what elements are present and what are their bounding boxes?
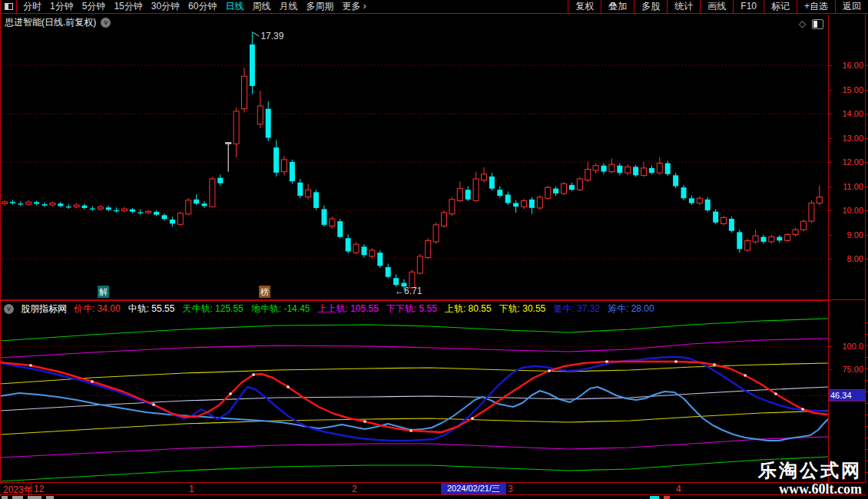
price-axis-label: 12.00: [830, 157, 863, 167]
watermark: 乐淘公式网 www.60lt.com: [758, 458, 862, 497]
axis-tick: [829, 90, 832, 91]
period-tab[interactable]: 分时: [23, 0, 41, 13]
indicator-values: 价牛: 34.00中轨: 55.55天牛轨: 125.55地牛轨: -14.45…: [74, 302, 654, 316]
indicator-axis-label: 75.00: [830, 365, 863, 375]
axis-tick: [829, 369, 832, 370]
axis-tick: [829, 210, 832, 211]
x-axis-month-label: 1: [189, 484, 194, 494]
high-annotation: 17.39: [260, 31, 283, 41]
watermark-url: www.60lt.com: [758, 481, 862, 497]
indicator-field: 地牛轨: -14.45: [251, 302, 310, 316]
period-tab[interactable]: 多周期: [306, 0, 333, 13]
low-annotation: ←6.71: [395, 286, 422, 296]
indicator-field: 下轨: 30.55: [499, 302, 546, 316]
price-axis-label: 11.00: [830, 182, 863, 192]
clipped-row-fragment: [650, 496, 659, 499]
toolbar-button[interactable]: 复权: [568, 0, 601, 14]
indicator-field: 筹牛: 28.00: [608, 302, 654, 316]
top-toolbar: 分时1分钟5分钟15分钟30分钟60分钟日线周线月线多周期更多 › 复权叠加多股…: [0, 0, 868, 14]
more-menu[interactable]: 更多 ›: [342, 0, 366, 13]
period-tab[interactable]: 30分钟: [151, 0, 180, 13]
indicator-header: v 股朋指标网 价牛: 34.00中轨: 55.55天牛轨: 125.55地牛轨…: [0, 300, 828, 317]
x-axis-month-label: 3: [508, 484, 513, 494]
indicator-line-量牛: [0, 357, 828, 441]
indicator-field: 上轨: 80.55: [445, 302, 492, 316]
indicator-name[interactable]: 股朋指标网: [21, 302, 67, 316]
period-tab[interactable]: 月线: [279, 0, 297, 13]
layout-icon: [5, 3, 13, 10]
clipped-row-fragment: [46, 496, 54, 499]
axis-tick: [829, 138, 832, 139]
price-axis-label: 8.00: [830, 254, 863, 264]
indicator-line-中轨: [0, 387, 828, 411]
right-border: [865, 0, 866, 499]
price-axis-label: 16.00: [830, 61, 863, 71]
left-border: [0, 0, 1, 499]
clipped-row-fragment: [664, 496, 670, 499]
indicator-field: 量牛: 37.32: [553, 302, 600, 316]
x-axis-month-label: 12: [34, 484, 44, 494]
window-split-icon[interactable]: [812, 19, 823, 29]
title-bar: 思进智能(日线.前复权) v: [0, 15, 828, 31]
axis-separator-line: [828, 15, 829, 499]
watermark-site-name: 乐淘公式网: [758, 458, 862, 483]
toolbar-button[interactable]: 标记: [764, 0, 797, 14]
period-tab[interactable]: 15分钟: [114, 0, 142, 13]
axis-tick: [829, 187, 832, 187]
period-tab[interactable]: 60分钟: [188, 0, 217, 13]
indicator-field: 天牛轨: 125.55: [182, 302, 243, 316]
indicator-chart[interactable]: [0, 317, 828, 482]
bottom-clipped-row: [0, 496, 868, 499]
toolbar-button[interactable]: +自选: [797, 0, 835, 14]
x-axis-month-label: 4: [676, 484, 681, 494]
axis-tick: [829, 235, 832, 236]
diamond-icon[interactable]: ◇: [799, 18, 806, 29]
axis-tick: [829, 162, 832, 163]
indicator-line-价牛: [0, 362, 828, 432]
toolbar-button[interactable]: 返回: [835, 0, 868, 14]
price-axis-label: 15.00: [830, 85, 863, 95]
indicator-current-value: 46.34: [829, 389, 865, 402]
panel-divider: [0, 299, 866, 300]
price-axis-label: 10.00: [830, 206, 863, 216]
axis-tick: [829, 346, 832, 347]
axis-tick: [829, 259, 832, 259]
axis-tick: [829, 65, 832, 66]
x-axis-month-label: 2: [352, 484, 357, 494]
indicator-line-地牛轨: [0, 457, 828, 481]
layout-icon-button[interactable]: [0, 0, 17, 14]
indicator-axis-label: 100.0: [830, 342, 863, 352]
axis-tick: [829, 114, 832, 114]
indicator-chevron-down-icon[interactable]: v: [4, 304, 14, 314]
indicator-line-上轨: [0, 363, 828, 384]
x-axis: [0, 482, 866, 495]
toolbar-button[interactable]: 画线: [700, 0, 733, 14]
x-axis-year-label: 2023年: [3, 484, 33, 497]
price-axis-label: 14.00: [830, 109, 863, 119]
x-axis-separator: [31, 483, 31, 494]
period-tabs: 分时1分钟5分钟15分钟30分钟60分钟日线周线月线多周期更多 ›: [17, 0, 366, 13]
period-tab[interactable]: 周线: [252, 0, 270, 13]
toolbar-button[interactable]: F10: [733, 0, 764, 14]
title-chevron-down-icon[interactable]: v: [101, 18, 111, 28]
indicator-field: 上上轨: 105.55: [317, 302, 378, 316]
indicator-field: 下下轨: 5.55: [386, 302, 437, 316]
chart-badge-bang[interactable]: 榜: [259, 286, 270, 298]
period-tab[interactable]: 日线: [225, 0, 244, 13]
price-axis-label: 13.00: [830, 134, 863, 144]
period-tab[interactable]: 5分钟: [82, 0, 106, 13]
chart-badge-jie[interactable]: 解: [98, 286, 109, 298]
toolbar-button[interactable]: 叠加: [601, 0, 634, 14]
period-tab[interactable]: 1分钟: [50, 0, 74, 13]
toolbar-button[interactable]: 统计: [667, 0, 700, 14]
page-title: 思进智能(日线.前复权): [0, 16, 96, 29]
price-axis-label: 9.00: [830, 230, 863, 240]
indicator-field: 价牛: 34.00: [74, 302, 121, 316]
indicator-field: 中轨: 55.55: [128, 302, 175, 316]
indicator-line-天牛轨: [0, 319, 828, 341]
clipped-row-fragment: [12, 496, 23, 499]
toolbar-button[interactable]: 多股: [634, 0, 667, 14]
clipped-row-fragment: [2, 496, 8, 499]
toolbar-right-buttons: 复权叠加多股统计画线F10标记+自选返回: [568, 0, 868, 14]
main-candlestick-chart[interactable]: 17.39←6.71: [0, 31, 828, 299]
